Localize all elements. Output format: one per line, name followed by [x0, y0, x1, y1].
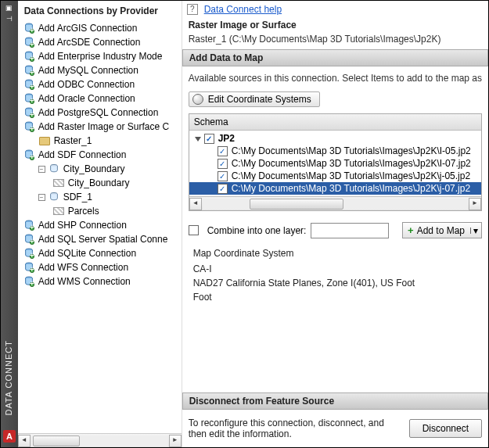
add-to-map-label: Add to Map	[417, 225, 465, 236]
connection-icon	[48, 163, 60, 175]
provider-hscroll[interactable]: ◄ ►	[18, 433, 182, 447]
database-icon: +	[23, 247, 35, 260]
tree-item-label: Add ArcSDE Connection	[38, 37, 141, 48]
collapse-icon[interactable]: −	[38, 166, 45, 173]
app-logo: A	[3, 430, 16, 443]
tree-item-label: Add SQLite Connection	[38, 248, 136, 259]
database-icon: +	[23, 36, 35, 48]
tree-item[interactable]: +Add MySQL Connection	[21, 63, 182, 77]
schema-row[interactable]: C:\My Documents\Map 3D Tutorials\Images\…	[189, 157, 481, 170]
tree-item-label: Add WFS Connection	[38, 262, 128, 273]
tree-item[interactable]: Parcels	[21, 204, 182, 218]
svg-text:+: +	[30, 53, 34, 62]
tree-item-label: Parcels	[68, 206, 99, 217]
schema-row-checkbox[interactable]	[218, 184, 228, 194]
scroll-left-icon[interactable]: ◄	[189, 198, 202, 210]
svg-text:+: +	[30, 152, 34, 160]
tree-item[interactable]: +Add Oracle Connection	[21, 91, 182, 106]
pin-icon[interactable]: ⊣	[5, 15, 13, 23]
schema-body[interactable]: JP2C:\My Documents\Map 3D Tutorials\Imag…	[189, 131, 481, 196]
globe-icon	[192, 94, 203, 105]
combine-label: Combine into one layer:	[207, 225, 307, 236]
tree-item-label: Add SDF Connection	[38, 149, 127, 160]
database-icon: +	[23, 64, 35, 77]
svg-text:+: +	[30, 278, 34, 287]
svg-text:+: +	[30, 39, 34, 48]
tree-item[interactable]: +Add WFS Connection	[21, 260, 182, 274]
tree-item-label: Add SHP Connection	[38, 220, 127, 231]
database-icon: +	[23, 92, 35, 105]
tree-item[interactable]: +Add PostgreSQL Connection	[21, 106, 182, 120]
tree-item-label: Add Oracle Connection	[38, 93, 135, 104]
database-icon: +	[23, 50, 35, 63]
schema-root-checkbox[interactable]	[204, 134, 214, 144]
coord-line2: NAD27 California State Planes, Zone I(40…	[193, 276, 477, 290]
scroll-right-icon[interactable]: ►	[469, 198, 481, 210]
tree-item[interactable]: +Add SHP Connection	[21, 218, 182, 232]
tree-item[interactable]: −City_Boundary	[21, 162, 182, 176]
database-icon: +	[23, 22, 35, 34]
combine-input[interactable]	[311, 223, 389, 238]
tree-item[interactable]: +Add Enterprise Industry Mode	[21, 49, 182, 63]
scroll-right-icon[interactable]: ►	[169, 435, 182, 447]
schema-row[interactable]: C:\My Documents\Map 3D Tutorials\Images\…	[189, 145, 481, 157]
tree-item-label: Add ArcGIS Connection	[38, 23, 138, 34]
schema-hscroll[interactable]: ◄ ►	[189, 196, 481, 210]
tree-item[interactable]: +Add SDF Connection	[21, 148, 182, 162]
scroll-thumb[interactable]	[250, 199, 343, 210]
tree-item[interactable]: Raster_1	[21, 134, 182, 148]
provider-tree[interactable]: +Add ArcGIS Connection+Add ArcSDE Connec…	[18, 20, 182, 433]
collapse-icon[interactable]	[194, 134, 202, 142]
provider-title: Data Connections by Provider	[18, 1, 182, 20]
tree-item-label: Add PostgreSQL Connection	[38, 107, 159, 118]
coord-info: Map Coordinate System CA-I NAD27 Califor…	[182, 243, 488, 312]
schema-row-checkbox[interactable]	[218, 146, 228, 156]
scroll-thumb[interactable]	[33, 435, 80, 446]
schema-row[interactable]: C:\My Documents\Map 3D Tutorials\Images\…	[189, 182, 481, 195]
tree-item[interactable]: +Add SQLite Connection	[21, 246, 182, 260]
schema-row-checkbox[interactable]	[218, 159, 228, 169]
source-path: Raster_1 (C:\My Documents\Map 3D Tutoria…	[182, 34, 488, 49]
schema-row[interactable]: C:\My Documents\Map 3D Tutorials\Images\…	[189, 170, 481, 182]
disconnect-text: To reconfigure this connection, disconne…	[189, 418, 401, 439]
coord-line1: CA-I	[193, 262, 477, 276]
collapse-icon[interactable]: −	[38, 194, 45, 201]
edit-coord-button[interactable]: Edit Coordinate Systems	[189, 91, 320, 107]
restore-icon[interactable]: ▣	[5, 4, 13, 12]
dropdown-icon[interactable]: ▾	[470, 228, 476, 234]
schema-box: Schema JP2C:\My Documents\Map 3D Tutoria…	[189, 113, 482, 211]
scroll-left-icon[interactable]: ◄	[18, 435, 31, 447]
schema-root-label: JP2	[218, 133, 235, 144]
tree-item[interactable]: −SDF_1	[21, 190, 182, 204]
combine-checkbox[interactable]	[189, 225, 199, 235]
help-link[interactable]: Data Connect help	[204, 4, 282, 15]
tree-item[interactable]: +Add WMS Connection	[21, 274, 182, 289]
schema-root[interactable]: JP2	[189, 132, 481, 145]
svg-text:+: +	[30, 109, 34, 118]
database-icon: +	[23, 275, 35, 288]
coord-title: Map Coordinate System	[193, 246, 477, 260]
svg-text:+: +	[30, 81, 34, 90]
tree-item-label: Add ODBC Connection	[38, 79, 135, 90]
tree-item-label: Add WMS Connection	[38, 276, 131, 287]
source-title: Raster Image or Surface	[182, 18, 488, 34]
database-icon: +	[23, 261, 35, 274]
svg-text:+: +	[30, 222, 34, 231]
schema-row-label: C:\My Documents\Map 3D Tutorials\Images\…	[232, 145, 471, 156]
disconnect-button[interactable]: Disconnect	[409, 419, 482, 438]
tree-item[interactable]: +Add Raster Image or Surface C	[21, 120, 182, 134]
schema-row-label: C:\My Documents\Map 3D Tutorials\Images\…	[232, 170, 470, 181]
tree-item-label: Add Enterprise Industry Mode	[38, 51, 163, 62]
schema-row-checkbox[interactable]	[218, 171, 228, 181]
tree-item[interactable]: City_Boundary	[21, 176, 182, 190]
tree-item[interactable]: +Add ArcGIS Connection	[21, 21, 182, 35]
plus-icon: +	[408, 224, 414, 236]
provider-pane: Data Connections by Provider +Add ArcGIS…	[18, 1, 182, 447]
add-to-map-button[interactable]: + Add to Map ▾	[402, 222, 482, 238]
tree-item-label: Add Raster Image or Surface C	[38, 121, 169, 132]
tree-item[interactable]: +Add ArcSDE Connection	[21, 35, 182, 49]
database-icon: +	[23, 219, 35, 231]
help-icon[interactable]: ?	[187, 4, 198, 15]
tree-item[interactable]: +Add SQL Server Spatial Conne	[21, 232, 182, 246]
tree-item[interactable]: +Add ODBC Connection	[21, 77, 182, 91]
